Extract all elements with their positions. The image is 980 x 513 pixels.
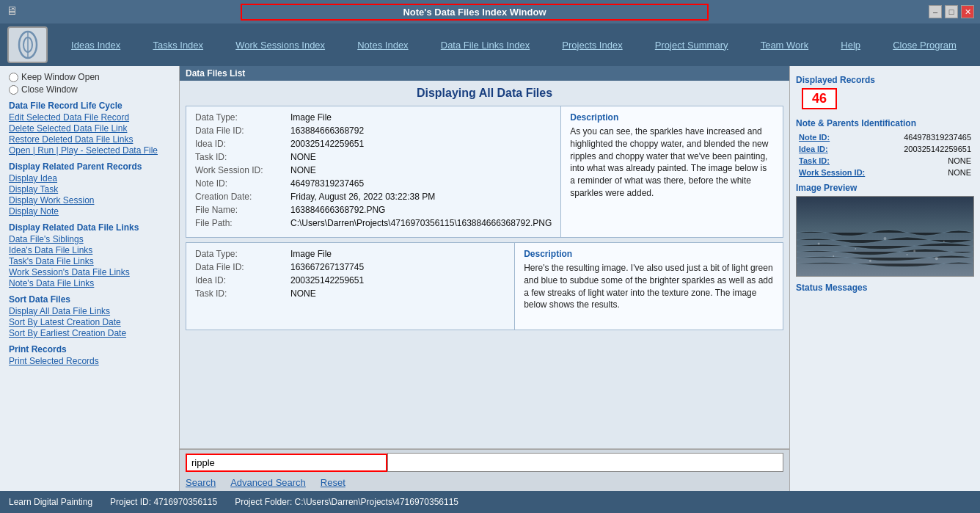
link-task-data-file-links[interactable]: Task's Data File Links xyxy=(9,256,170,266)
field-idea-id-2: Idea ID: 200325142259651 xyxy=(195,275,505,285)
task-id-label[interactable]: Task ID: xyxy=(796,155,885,167)
app-icon: 🖥 xyxy=(6,4,21,19)
table-row: Data Type: Image File Data File ID: 1638… xyxy=(186,106,783,238)
status-bar: Learn Digital Painting Project ID: 47169… xyxy=(0,491,980,513)
keep-window-label: Keep Window Open xyxy=(21,72,100,82)
menu-data-file-links-index[interactable]: Data File Links Index xyxy=(436,37,534,54)
link-sort-earliest[interactable]: Sort By Earliest Creation Date xyxy=(9,328,170,338)
maximize-button[interactable]: □ xyxy=(945,5,958,18)
close-window-label: Close Window xyxy=(21,84,78,95)
status-project-name: Learn Digital Painting xyxy=(9,497,92,507)
link-print-selected[interactable]: Print Selected Records xyxy=(9,356,170,366)
image-preview xyxy=(796,196,974,277)
search-links-row: Search Advanced Search Reset xyxy=(180,475,789,491)
field-task-id-1: Task ID: NONE xyxy=(195,152,552,162)
label-idea-id-2: Idea ID: xyxy=(195,275,290,285)
id-row-work-session: Work Session ID: NONE xyxy=(796,167,974,178)
value-creation-date-1: Friday, August 26, 2022 03:22:38 PM xyxy=(290,192,435,202)
title-bar-title: Note's Data Files Index Window xyxy=(241,4,709,21)
link-edit-record[interactable]: Edit Selected Data File Record xyxy=(9,112,170,123)
link-display-work-session[interactable]: Display Work Session xyxy=(9,195,170,205)
menu-projects-index[interactable]: Projects Index xyxy=(557,37,626,54)
desc-text-2: Here's the resulting image. I've also us… xyxy=(524,262,774,311)
link-display-note[interactable]: Display Note xyxy=(9,206,170,217)
status-project-id: Project ID: 4716970356115 xyxy=(110,497,217,507)
id-row-idea: Idea ID: 200325142259651 xyxy=(796,143,974,155)
search-button[interactable]: Search xyxy=(186,477,216,488)
label-task-id-1: Task ID: xyxy=(195,152,290,162)
field-idea-id-1: Idea ID: 200325142259651 xyxy=(195,139,552,149)
keep-window-radio-input[interactable] xyxy=(9,73,18,82)
field-data-file-id-2: Data File ID: 163667267137745 xyxy=(195,262,505,272)
idea-id-label[interactable]: Idea ID: xyxy=(796,143,885,155)
field-creation-date-1: Creation Date: Friday, August 26, 2022 0… xyxy=(195,192,552,202)
idea-id-value: 200325142259651 xyxy=(885,143,974,155)
keep-window-open-radio[interactable]: Keep Window Open xyxy=(9,72,170,82)
svg-point-12 xyxy=(935,257,938,260)
displayed-records-count: 46 xyxy=(802,88,837,109)
search-input[interactable] xyxy=(186,454,387,472)
desc-title-1: Description xyxy=(570,112,774,123)
close-window-radio-input[interactable] xyxy=(9,85,18,95)
menu-ideas-index[interactable]: Ideas Index xyxy=(67,37,125,54)
value-file-path-1: C:\Users\Darren\Projects\4716970356115\1… xyxy=(290,218,552,228)
link-idea-data-file-links[interactable]: Idea's Data File Links xyxy=(9,245,170,255)
field-note-id-1: Note ID: 464978319237465 xyxy=(195,178,552,189)
svg-point-8 xyxy=(943,241,945,242)
link-display-all-links[interactable]: Display All Data File Links xyxy=(9,306,170,316)
menu-close-program[interactable]: Close Program xyxy=(888,37,961,54)
label-data-file-id-2: Data File ID: xyxy=(195,262,290,272)
title-bar-left: 🖥 xyxy=(6,4,21,19)
field-data-type-1: Data Type: Image File xyxy=(195,112,552,123)
app-logo xyxy=(7,26,48,63)
title-bar: 🖥 Note's Data Files Index Window – □ ✕ xyxy=(0,0,980,23)
note-id-value: 464978319237465 xyxy=(885,131,974,143)
link-delete-link[interactable]: Delete Selected Data File Link xyxy=(9,123,170,134)
link-open-run-play[interactable]: Open | Run | Play - Selected Data File xyxy=(9,145,170,156)
menu-work-sessions-index[interactable]: Work Sessions Index xyxy=(231,37,329,54)
menu-help[interactable]: Help xyxy=(836,37,865,54)
link-sort-latest[interactable]: Sort By Latest Creation Date xyxy=(9,317,170,327)
work-session-id-value: NONE xyxy=(885,167,974,178)
link-display-task[interactable]: Display Task xyxy=(9,184,170,194)
menu-team-work[interactable]: Team Work xyxy=(756,37,813,54)
link-restore-links[interactable]: Restore Deleted Data File Links xyxy=(9,134,170,145)
value-task-id-1: NONE xyxy=(290,152,316,162)
records-scroll-area[interactable]: Data Type: Image File Data File ID: 1638… xyxy=(180,103,789,448)
identification-title: Note & Parents Identification xyxy=(796,118,974,128)
reset-button[interactable]: Reset xyxy=(321,477,345,488)
link-work-session-data-file-links[interactable]: Work Session's Data File Links xyxy=(9,267,170,277)
field-data-file-id-1: Data File ID: 163884666368792 xyxy=(195,125,552,136)
svg-point-7 xyxy=(913,250,915,252)
value-task-id-2: NONE xyxy=(290,288,316,299)
svg-point-5 xyxy=(855,248,856,250)
menu-tasks-index[interactable]: Tasks Index xyxy=(148,37,208,54)
image-preview-title: Image Preview xyxy=(796,183,974,193)
task-id-value: NONE xyxy=(885,155,974,167)
link-display-idea[interactable]: Display Idea xyxy=(9,173,170,183)
work-session-id-label[interactable]: Work Session ID: xyxy=(796,167,885,178)
section-sort-title: Sort Data Files xyxy=(9,294,170,305)
identification-table: Note ID: 464978319237465 Idea ID: 200325… xyxy=(796,131,974,178)
window-close-button[interactable]: ✕ xyxy=(961,5,974,18)
value-data-type-2: Image File xyxy=(290,249,332,259)
value-note-id-1: 464978319237465 xyxy=(290,178,364,189)
label-task-id-2: Task ID: xyxy=(195,288,290,299)
link-data-file-siblings[interactable]: Data File's Siblings xyxy=(9,234,170,244)
logo-icon xyxy=(13,30,43,59)
displayed-records-title: Displayed Records xyxy=(796,75,974,85)
minimize-button[interactable]: – xyxy=(929,5,942,18)
section-parent-records-title: Display Related Parent Records xyxy=(9,161,170,172)
menu-project-summary[interactable]: Project Summary xyxy=(651,37,733,54)
field-data-type-2: Data Type: Image File xyxy=(195,249,505,259)
advanced-search-button[interactable]: Advanced Search xyxy=(230,477,306,488)
value-idea-id-2: 200325142259651 xyxy=(290,275,364,285)
link-note-data-file-links[interactable]: Note's Data File Links xyxy=(9,278,170,288)
note-id-label[interactable]: Note ID: xyxy=(796,131,885,143)
field-file-path-1: File Path: C:\Users\Darren\Projects\4716… xyxy=(195,218,552,228)
menu-notes-index[interactable]: Notes Index xyxy=(353,37,412,54)
label-file-path-1: File Path: xyxy=(195,218,290,228)
menu-bar: Ideas Index Tasks Index Work Sessions In… xyxy=(0,23,980,66)
close-window-radio[interactable]: Close Window xyxy=(9,84,170,95)
label-data-file-id-1: Data File ID: xyxy=(195,125,290,136)
